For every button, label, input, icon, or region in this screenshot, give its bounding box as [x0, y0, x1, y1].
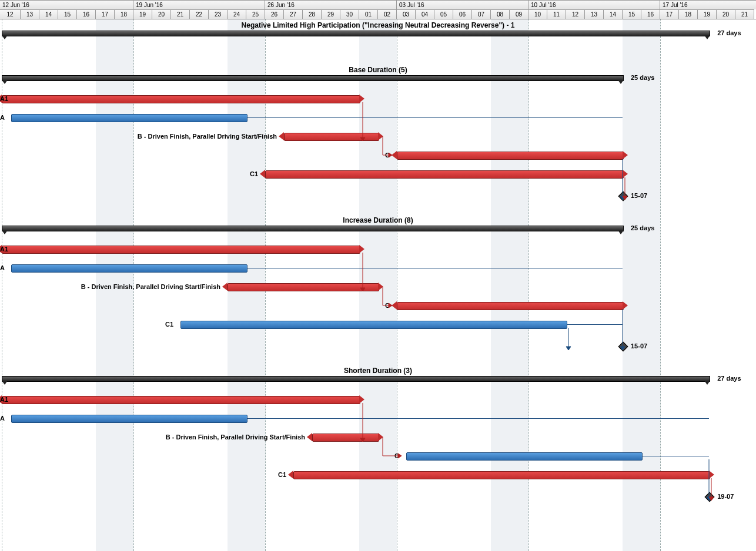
- day-header: 13: [585, 9, 604, 19]
- day-header: 21: [171, 9, 190, 19]
- day-header: 14: [604, 9, 623, 19]
- task-label-C1: C1: [0, 321, 173, 328]
- week-header: 17 Jul '16: [660, 0, 756, 9]
- day-header: 12: [566, 9, 585, 19]
- milestone-label: 15-07: [631, 342, 647, 350]
- day-header: 19: [698, 9, 717, 19]
- task-bar-A1[interactable]: [2, 396, 360, 404]
- task-label-C: C: [0, 152, 390, 159]
- day-header: 19: [133, 9, 152, 19]
- day-header: 25: [246, 9, 265, 19]
- week-header: 19 Jun '16: [133, 0, 265, 9]
- day-header: 16: [77, 9, 96, 19]
- svg-marker-1: [389, 153, 392, 157]
- svg-marker-3: [623, 196, 627, 200]
- day-header: 26: [265, 9, 284, 19]
- week-header: 03 Jul '16: [397, 0, 528, 9]
- svg-marker-7: [566, 347, 571, 350]
- week-header: 10 Jul '16: [528, 0, 660, 9]
- day-header: 10: [528, 9, 547, 19]
- day-header: 08: [491, 9, 510, 19]
- section-title: Shorten Duration (3): [0, 367, 756, 375]
- summary-duration-label: 25 days: [631, 74, 654, 81]
- day-header: 15: [58, 9, 77, 19]
- task-bar-A[interactable]: [11, 114, 247, 122]
- section-title: Increase Duration (8): [0, 216, 756, 224]
- milestone-label: 19-07: [717, 493, 734, 500]
- task-bar-C[interactable]: [397, 152, 624, 160]
- task-label-C1: C1: [0, 471, 286, 478]
- day-header: 17: [660, 9, 679, 19]
- day-header: 12: [0, 9, 21, 19]
- svg-marker-8: [360, 438, 365, 442]
- task-bar-A1[interactable]: [2, 246, 360, 254]
- day-header: 04: [416, 9, 434, 19]
- summary-bar[interactable]: [2, 31, 710, 36]
- day-header: 21: [735, 9, 754, 19]
- timeline-header: 12 Jun '1619 Jun '1626 Jun '1603 Jul '16…: [0, 0, 756, 19]
- task-label-B: B - Driven Finish, Parallel Driving Star…: [0, 283, 220, 290]
- summary-duration-label: 27 days: [717, 375, 741, 382]
- task-label-A1: A1: [0, 396, 8, 403]
- summary-bar[interactable]: [2, 75, 624, 81]
- day-header: 18: [679, 9, 698, 19]
- summary-duration-label: 27 days: [717, 29, 741, 36]
- task-bar-C1[interactable]: [265, 170, 624, 179]
- day-header: 24: [228, 9, 246, 19]
- svg-marker-6: [620, 347, 625, 350]
- task-bar-A[interactable]: [11, 264, 247, 273]
- day-header: 27: [284, 9, 303, 19]
- day-header: 18: [115, 9, 133, 19]
- task-label-A1: A1: [0, 246, 8, 253]
- task-bar-C[interactable]: [406, 452, 643, 461]
- task-label-B: B - Driven Finish, Parallel Driving Star…: [0, 133, 277, 140]
- day-header: 23: [209, 9, 228, 19]
- svg-marker-9: [398, 453, 402, 458]
- svg-marker-11: [709, 497, 714, 500]
- day-header: 01: [359, 9, 378, 19]
- summary-duration-label: 25 days: [631, 224, 654, 231]
- day-header: 29: [322, 9, 340, 19]
- week-header: 12 Jun '16: [0, 0, 133, 9]
- day-header: 11: [547, 9, 566, 19]
- day-header: 16: [641, 9, 660, 19]
- task-bar-A[interactable]: [11, 415, 247, 423]
- section-title: Negative Limited High Participation ("In…: [0, 21, 756, 29]
- day-header: 05: [434, 9, 453, 19]
- task-bar-A1[interactable]: [2, 95, 360, 103]
- task-bar-C1[interactable]: [293, 471, 710, 479]
- task-label-C: C: [0, 302, 390, 309]
- day-header: 22: [190, 9, 209, 19]
- day-header: 30: [340, 9, 359, 19]
- task-label-A: A: [0, 264, 4, 271]
- day-header: 13: [21, 9, 39, 19]
- summary-bar[interactable]: [2, 226, 624, 231]
- task-bar-B[interactable]: [228, 283, 379, 291]
- summary-bar[interactable]: [2, 376, 710, 382]
- task-bar-C[interactable]: [397, 302, 624, 310]
- task-label-A1: A1: [0, 95, 8, 102]
- day-header: 02: [378, 9, 397, 19]
- svg-marker-5: [389, 303, 392, 308]
- milestone-label: 15-07: [631, 192, 647, 199]
- day-header: 28: [303, 9, 322, 19]
- day-header: 07: [472, 9, 491, 19]
- svg-marker-0: [360, 137, 365, 141]
- task-label-B: B - Driven Finish, Parallel Driving Star…: [0, 434, 305, 441]
- task-bar-B[interactable]: [312, 434, 379, 442]
- task-label-A: A: [0, 415, 4, 422]
- gantt-chart: 12 Jun '1619 Jun '1626 Jun '1603 Jul '16…: [0, 0, 756, 551]
- day-header: 14: [39, 9, 58, 19]
- task-label-C: C: [0, 452, 399, 459]
- task-label-C1: C1: [0, 170, 258, 177]
- week-header: 26 Jun '16: [265, 0, 397, 9]
- day-header: 20: [717, 9, 735, 19]
- section-title: Base Duration (5): [0, 66, 756, 74]
- task-label-A: A: [0, 114, 4, 121]
- svg-marker-4: [360, 288, 365, 291]
- day-header: 09: [510, 9, 528, 19]
- task-bar-C1[interactable]: [180, 321, 567, 329]
- day-header: 20: [152, 9, 171, 19]
- day-header: 15: [623, 9, 641, 19]
- day-header: 03: [397, 9, 416, 19]
